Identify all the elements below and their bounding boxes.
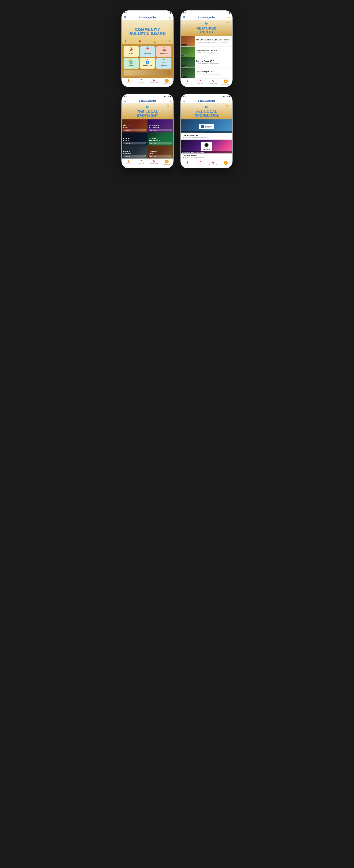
app-header-1: ☰ LocalMagnifier ◎ bbox=[122, 15, 173, 20]
category-grid: FOOD &DRINK EXPLORE ENTERTAIN& CULTURE E… bbox=[122, 119, 173, 158]
stories-label: Stories bbox=[161, 64, 167, 66]
menu-icon-4[interactable]: ☰ bbox=[183, 99, 186, 102]
mocoshow-title: The MoCoShow bbox=[183, 155, 230, 157]
post-name-1: The Carolina Kitchen Bar & Grill Review bbox=[196, 39, 231, 41]
footer-saved-2[interactable]: 🔖 Saved Feed bbox=[206, 80, 219, 85]
footer-nearby-4[interactable]: 🧍 Nearby bbox=[181, 161, 194, 167]
southwester-card[interactable]: k thesouthwester since 1982 Southwest Wa… bbox=[181, 119, 232, 140]
signal-icon-2: ▲▲▲ bbox=[223, 12, 227, 14]
cat-food-drink[interactable]: FOOD &DRINK EXPLORE bbox=[122, 119, 148, 132]
target-icon-3[interactable]: ◎ bbox=[169, 99, 171, 102]
mocoshow-brand: THEMOCOSHOW bbox=[203, 147, 210, 150]
phones-grid-top: 9:20 ▲▲▲ ≋ ▮ ☰ LocalMagnifier ◎ bbox=[122, 10, 232, 87]
posts-card[interactable]: 📌 Posts bbox=[124, 46, 139, 57]
battery-icon: ▮ bbox=[170, 12, 171, 14]
footer-4: 🧍 Nearby 📍 Locations 🔖 Saved Feed + Add-… bbox=[181, 160, 232, 168]
target-icon-2[interactable]: ◎ bbox=[228, 16, 230, 19]
distance-4: 7.4 miles bbox=[181, 76, 187, 78]
explore-food[interactable]: EXPLORE bbox=[123, 129, 146, 131]
promotions-icon: 📣 bbox=[162, 48, 166, 52]
footer-add-4[interactable]: + Add-a-Post bbox=[219, 161, 232, 167]
footer-saved-1[interactable]: 🔖 Saved Feed bbox=[148, 79, 160, 85]
time-4: 9:20 bbox=[183, 95, 186, 97]
footer-saved-4[interactable]: 🔖 Saved Feed bbox=[206, 161, 219, 167]
southwester-logo-icon: k bbox=[201, 125, 204, 128]
cat-hair[interactable]: HAIR &BEAUTY EXPLORE bbox=[122, 132, 148, 146]
southwester-logo: k thesouthwester since 1982 bbox=[199, 124, 214, 129]
figure-center-left: 🪑 bbox=[138, 39, 142, 43]
app-logo-1: LocalMagnifier bbox=[139, 16, 156, 19]
post-addr-3: 📍 4202 Rhode Island Ave Riverdale bbox=[196, 63, 231, 65]
calendar-card[interactable]: 📅 Calendar bbox=[140, 46, 155, 57]
featured-header: All > 🐦 FEATURED POSTS bbox=[181, 20, 232, 36]
mocoshow-detail: The MoCoShow 📍 Montgomery County Informa… bbox=[181, 153, 232, 160]
footer-saved-3[interactable]: 🔖 Saved Feed bbox=[148, 160, 160, 165]
footer-nearby-2[interactable]: 🧍 Nearby bbox=[181, 80, 194, 85]
market-card[interactable]: 🏪 Market bbox=[124, 58, 139, 69]
app-logo-3: LocalMagnifier bbox=[139, 99, 156, 102]
stories-card[interactable]: 📖 Stories bbox=[156, 58, 171, 69]
status-bar-1: 9:20 ▲▲▲ ≋ ▮ bbox=[122, 11, 173, 15]
all-link-4[interactable]: All > bbox=[226, 105, 230, 107]
footer-add-3[interactable]: + Add-a-Post bbox=[160, 160, 173, 165]
mocoshow-card[interactable]: 🎙 THEMOCOSHOW Montgomery County Informat… bbox=[181, 140, 232, 160]
featured-item-4[interactable]: 7.4 miles Gangster Vegan DMV 📍 4202 Rhod… bbox=[181, 68, 232, 78]
time-1: 9:20 bbox=[124, 12, 127, 14]
footer-add-1[interactable]: + Add-a-Post bbox=[160, 79, 173, 85]
pin-community bbox=[147, 59, 148, 60]
cat-entertain[interactable]: ENTERTAIN& CULTURE EXPLORE bbox=[148, 119, 173, 132]
featured-item-2[interactable]: 3.6 miles Local Cajun and Creole Food 📍 … bbox=[181, 46, 232, 57]
footer-nearby-1[interactable]: 🧍 Nearby bbox=[122, 79, 135, 85]
menu-icon-2[interactable]: ☰ bbox=[183, 16, 186, 19]
add-button-2[interactable]: + bbox=[224, 80, 228, 83]
all-link-2[interactable]: All > bbox=[226, 22, 230, 24]
featured-item-1[interactable]: 3.2 miles The Carolina Kitchen Bar & Gri… bbox=[181, 36, 232, 46]
footer-nearby-3[interactable]: 🧍 Nearby bbox=[122, 160, 135, 165]
saved-icon-3: 🔖 bbox=[153, 160, 156, 162]
southwester-logo-text: thesouthwester since 1982 bbox=[204, 125, 212, 128]
nearby-icon-3: 🧍 bbox=[127, 160, 130, 162]
cat-community-org[interactable]: COMMUNITYORG EXPLORE bbox=[148, 146, 173, 158]
menu-icon-3[interactable]: ☰ bbox=[124, 99, 127, 102]
menu-icon[interactable]: ☰ bbox=[124, 16, 127, 19]
pin-posts bbox=[130, 47, 132, 49]
explore-home[interactable]: EXPLORE bbox=[123, 155, 146, 157]
nearby-label-2: Nearby bbox=[185, 83, 190, 84]
explore-community-org[interactable]: EXPLORE bbox=[149, 155, 172, 157]
add-button-1[interactable]: + bbox=[165, 79, 169, 83]
southwester-overlay: Southwest Washington Information bbox=[181, 131, 232, 133]
add-button-3[interactable]: + bbox=[165, 160, 169, 163]
post-name-3: Gangster Vegan DMV bbox=[196, 60, 231, 62]
southwester-since: since 1982 bbox=[204, 127, 212, 128]
all-link-3[interactable]: All > bbox=[167, 105, 171, 107]
cat-fitness[interactable]: FITNESS &RECREATION EXPLORE bbox=[148, 132, 173, 146]
add-button-4[interactable]: + bbox=[224, 161, 228, 165]
info-screen: All > 🐦 ALL LOCAL INFORMATION k bbox=[181, 103, 232, 168]
nearby-icon-1: 🧍 bbox=[127, 79, 130, 82]
community-card[interactable]: 👥 Community bbox=[140, 58, 155, 69]
saved-label-3: Saved Feed bbox=[150, 163, 158, 164]
featured-img-4: 7.4 miles bbox=[181, 68, 195, 78]
footer-locations-3[interactable]: 📍 Locations bbox=[135, 160, 148, 165]
target-icon-1[interactable]: ◎ bbox=[169, 16, 171, 19]
community-label: Community bbox=[143, 64, 152, 66]
status-icons-4: ▲▲▲ ≋ ▮ bbox=[223, 96, 230, 97]
footer-locations-2[interactable]: 📍 Locations bbox=[194, 80, 206, 85]
footer-add-2[interactable]: + Add-a-Post bbox=[219, 80, 232, 85]
explore-fitness[interactable]: EXPLORE bbox=[149, 142, 172, 145]
info-header: All > 🐦 ALL LOCAL INFORMATION bbox=[181, 103, 232, 119]
locations-label-3: Locations bbox=[138, 163, 144, 164]
cat-home[interactable]: HOME &GARDEN EXPLORE bbox=[122, 146, 148, 158]
status-bar-3: 9:20 ▲▲▲ ≋ ▮ bbox=[122, 94, 173, 98]
mocoshow-circle: 🎙 bbox=[204, 143, 208, 147]
featured-item-3[interactable]: 7.4 miles Gangster Vegan DMV 📍 4202 Rhod… bbox=[181, 57, 232, 68]
footer-locations-4[interactable]: 📍 Locations bbox=[194, 161, 206, 167]
target-icon-4[interactable]: ◎ bbox=[228, 99, 230, 102]
promotions-card[interactable]: 📣 Promotions bbox=[156, 46, 171, 57]
featured-img-3: 7.4 miles bbox=[181, 57, 195, 67]
explore-hair[interactable]: EXPLORE bbox=[123, 142, 146, 145]
explore-entertain[interactable]: EXPLORE bbox=[149, 129, 172, 131]
footer-locations-1[interactable]: 📍 Locations bbox=[135, 79, 148, 85]
featured-info-4: Gangster Vegan DMV 📍 4202 Rhode Island A… bbox=[195, 70, 232, 76]
pin-market bbox=[130, 59, 132, 60]
